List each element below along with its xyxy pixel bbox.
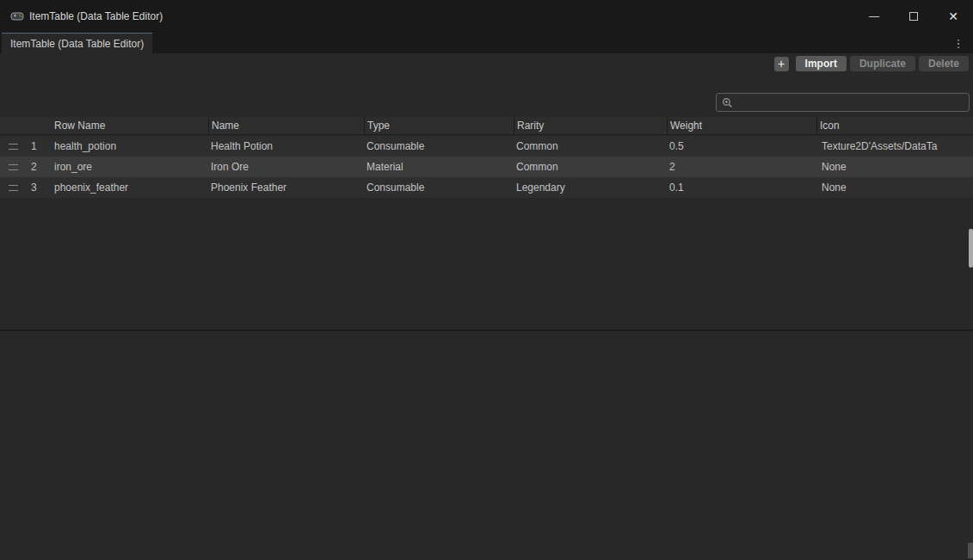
cell-rarity: Common [514,157,667,177]
window-controls: — ✕ [854,0,973,33]
row-drag-handle[interactable] [0,177,26,198]
cell-name: Phoenix Feather [208,177,364,198]
column-header-type[interactable]: Type [364,117,514,134]
drag-handle-icon [9,185,18,191]
tab-label: ItemTable (Data Table Editor) [10,38,144,50]
cell-icon: Texture2D'Assets/DataTa [816,136,973,157]
cell-name: Iron Ore [208,157,364,177]
table-body: 1 health_potion Health Potion Consumable… [0,136,973,198]
data-table-editor-window: ItemTable (Data Table Editor) — ✕ ItemTa… [0,0,973,560]
kebab-menu-icon: ⋮ [953,37,964,50]
column-header-weight[interactable]: Weight [667,117,816,134]
column-header-rarity[interactable]: Rarity [514,117,667,134]
right-edge-fragment [968,543,973,558]
minimize-button[interactable]: — [854,0,894,33]
minimize-icon: — [869,10,879,22]
search-field [716,93,970,112]
cell-type: Consumable [364,177,514,198]
table-row[interactable]: 1 health_potion Health Potion Consumable… [0,136,973,157]
cell-icon: None [816,157,973,177]
maximize-button[interactable] [894,0,933,33]
header-handle-spacer [0,117,26,134]
delete-button[interactable]: Delete [919,56,969,71]
app-icon [10,9,24,23]
import-button[interactable]: Import [796,56,847,71]
drag-handle-icon [9,144,18,150]
column-header-name[interactable]: Name [208,117,364,134]
cell-rarity: Common [514,136,667,157]
duplicate-button[interactable]: Duplicate [850,56,915,71]
toolbar: + Import Duplicate Delete [774,56,969,71]
cell-row-name: health_potion [52,136,208,157]
column-header-icon[interactable]: Icon [816,117,973,134]
cell-type: Consumable [364,136,514,157]
tab-itemtable[interactable]: ItemTable (Data Table Editor) [2,33,152,53]
search-icon [722,97,733,108]
cell-weight: 0.1 [667,177,816,198]
scrollbar-thumb[interactable] [969,229,973,268]
table-row[interactable]: 2 iron_ore Iron Ore Material Common 2 No… [0,157,973,177]
header-number-spacer [26,117,52,134]
tab-bar: ItemTable (Data Table Editor) ⋮ [0,33,973,53]
cell-row-number: 1 [26,136,52,157]
row-drag-handle[interactable] [0,157,26,177]
cell-weight: 0.5 [667,136,816,157]
cell-row-name: iron_ore [52,157,208,177]
cell-weight: 2 [667,157,816,177]
close-button[interactable]: ✕ [933,0,973,33]
table-header: Row Name Name Type Rarity Weight Icon [0,117,973,135]
cell-row-number: 2 [26,157,52,177]
cell-type: Material [364,157,514,177]
window-title: ItemTable (Data Table Editor) [29,0,163,33]
title-bar: ItemTable (Data Table Editor) — ✕ [0,0,973,33]
cell-rarity: Legendary [514,177,667,198]
close-icon: ✕ [948,9,958,23]
maximize-icon [909,12,918,21]
cell-name: Health Potion [208,136,364,157]
table-row[interactable]: 3 phoenix_feather Phoenix Feather Consum… [0,177,973,198]
column-header-row-name[interactable]: Row Name [52,117,208,134]
search-input[interactable] [737,96,969,108]
add-row-button[interactable]: + [774,57,789,71]
panel-splitter[interactable] [0,329,973,331]
cell-row-name: phoenix_feather [52,177,208,198]
row-drag-handle[interactable] [0,136,26,157]
cell-icon: None [816,177,973,198]
drag-handle-icon [9,164,18,170]
cell-row-number: 3 [26,177,52,198]
tab-options-button[interactable]: ⋮ [951,33,966,53]
